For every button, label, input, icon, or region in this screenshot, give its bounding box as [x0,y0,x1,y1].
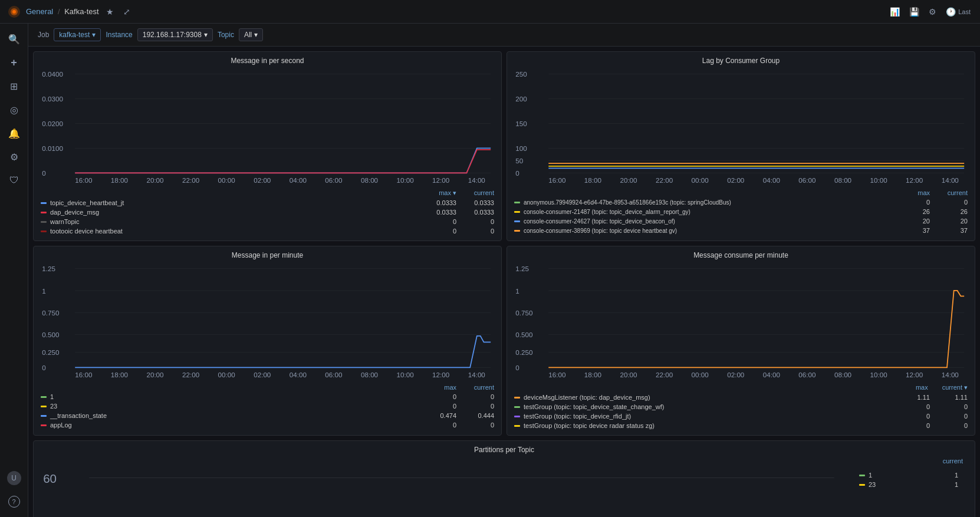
legend-minute-dot-2 [41,415,47,417]
panel-consume-title: Message consume per minute [514,251,968,259]
partitions-chart: 60 50 40 [41,466,840,517]
plus-icon: + [11,57,17,69]
legend-minute-row-3: appLog 0 0 [41,420,494,430]
legend-col-max: max ▾ [433,189,456,197]
sidebar-item-alerts[interactable]: 🔔 [4,123,25,144]
top-bar: General / Kafka-test ★ ⤢ 📊 💾 ⚙ 🕐 Last [0,0,980,24]
legend-current-2: 0 [471,218,494,225]
time-picker-button[interactable]: 🕐 Last [943,5,973,19]
legend-max-3: 0 [433,228,456,235]
chart-msg-minute-area: 1.25 1 0.750 0.500 0.250 0 [41,262,494,380]
legend-consume-current-2: 0 [944,413,968,420]
svg-text:10:00: 10:00 [397,176,415,184]
legend-current-1: 0.0333 [471,209,494,216]
svg-text:12:00: 12:00 [432,371,450,378]
svg-text:0.500: 0.500 [42,331,60,338]
legend-current-3: 0 [471,228,494,235]
svg-text:18:00: 18:00 [111,176,129,184]
topic-filter[interactable]: All ▾ [239,28,263,41]
legend-consume-row-2: testGroup (topic: topic_device_rfid_jt) … [514,411,968,421]
svg-text:12:00: 12:00 [432,176,450,184]
instance-value: 192.168.1.17:9308 [143,31,202,39]
legend-row-2: warnTopic 0 0 [41,217,494,226]
help-icon: ? [8,496,20,508]
sidebar-item-help[interactable]: ? [4,491,25,512]
svg-text:04:00: 04:00 [290,176,307,184]
topic-value: All [244,31,252,39]
svg-text:20:00: 20:00 [146,176,164,184]
svg-text:14:00: 14:00 [468,176,486,184]
top-bar-left: General / Kafka-test ★ ⤢ [7,5,133,19]
legend-consume-row-3: testGroup (topic: topic device radar sta… [514,421,968,430]
sidebar-item-config[interactable]: ⚙ [4,146,25,167]
legend-minute-max-2: 0.474 [433,412,456,419]
instance-label: Instance [106,31,132,39]
legend-lag-max-0: 0 [906,199,930,206]
svg-text:02:00: 02:00 [727,371,745,378]
legend-current-0: 0.0333 [471,199,494,206]
svg-text:18:00: 18:00 [584,371,602,378]
legend-lag-row-2: console-consumer-24627 (topic: topic_dev… [514,216,968,226]
settings-button[interactable]: ⚙ [926,5,939,19]
legend-minute-label-3: appLog [50,421,72,429]
bar-chart-button[interactable]: 📊 [887,5,902,19]
legend-minute-row-0: 1 0 0 [41,392,494,401]
sidebar-item-explore[interactable]: ◎ [4,99,25,120]
svg-text:22:00: 22:00 [182,371,200,378]
svg-text:02:00: 02:00 [254,371,271,378]
last-label: Last [958,8,971,15]
svg-text:0.0400: 0.0400 [42,70,63,78]
explore-icon: ◎ [10,104,18,116]
save-button[interactable]: 💾 [907,5,922,19]
svg-text:22:00: 22:00 [182,176,200,184]
legend-consume-current-0: 1.11 [944,394,968,401]
panel-msg-per-minute: Message in per minute 1.25 1 0.750 0.500… [33,246,502,436]
sidebar-item-user[interactable]: U [4,467,25,489]
legend-header-lag: max current [514,188,968,197]
legend-lag-label-0: anonymous.79949924-e6d4-47be-8953-a65186… [524,199,731,206]
sidebar-item-search[interactable]: 🔍 [4,28,25,50]
svg-text:0: 0 [42,169,46,177]
svg-text:16:00: 16:00 [548,176,566,184]
legend-minute-current-0: 0 [471,393,494,400]
partitions-current-header: current [939,457,963,465]
sidebar-item-add[interactable]: + [4,52,25,73]
sidebar-item-dashboards[interactable]: ⊞ [4,75,25,97]
legend-minute-col-current: current [471,384,494,391]
svg-text:14:00: 14:00 [942,176,959,184]
dashboards-icon: ⊞ [10,81,18,92]
svg-text:08:00: 08:00 [834,176,852,184]
svg-text:14:00: 14:00 [468,371,486,378]
instance-chevron-icon: ▾ [204,31,208,39]
job-filter[interactable]: kafka-test ▾ [54,28,101,41]
svg-text:14:00: 14:00 [942,371,959,378]
chart-lag-svg: 250 200 150 100 50 0 16:00 [514,67,968,184]
svg-text:20:00: 20:00 [146,371,164,378]
share-button[interactable]: ⤢ [121,5,133,19]
legend-minute-dot-3 [41,424,47,426]
breadcrumb-home[interactable]: General [26,7,53,16]
main-content: Job kafka-test ▾ Instance 192.168.1.17:9… [28,24,980,517]
sidebar: 🔍 + ⊞ ◎ 🔔 ⚙ 🛡 U ? [0,24,28,517]
star-button[interactable]: ★ [104,5,116,19]
svg-text:08:00: 08:00 [834,371,852,378]
sidebar-item-shield[interactable]: 🛡 [4,170,25,191]
legend-lag-current-1: 26 [944,208,968,215]
legend-consume-dot-1 [514,406,520,408]
svg-point-2 [12,10,16,14]
legend-lag-dot-2 [514,220,520,222]
legend-lag-current-0: 0 [944,199,968,206]
legend-lag-label-3: console-consumer-38969 (topic: topic dev… [524,228,677,234]
breadcrumb: General / Kafka-test [26,7,99,16]
search-icon: 🔍 [8,34,20,45]
legend-msg-per-second: max ▾ current topic_device_heartbeat_jt … [41,188,494,236]
legend-minute-label-0: 1 [50,393,54,400]
legend-dot-2 [41,221,47,223]
instance-filter[interactable]: 192.168.1.17:9308 ▾ [137,28,213,41]
svg-text:22:00: 22:00 [656,371,673,378]
legend-lag-max-1: 26 [906,208,930,215]
chart-msg-per-second-area: 0.0400 0.0300 0.0200 0.0100 0 [41,67,494,186]
legend-label-3: tootooic device heartbeat [50,228,123,235]
user-icon: U [7,471,21,485]
svg-text:22:00: 22:00 [656,176,673,184]
